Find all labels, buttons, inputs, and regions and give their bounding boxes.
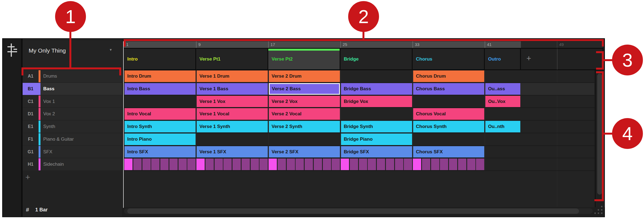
sidechain-pattern-cell[interactable] <box>476 159 484 170</box>
sidechain-pattern-cell[interactable] <box>278 159 286 170</box>
sidechain-pattern-cell[interactable] <box>449 159 457 170</box>
track-row-c1[interactable]: C1Vox 1 <box>23 96 122 107</box>
sidechain-pattern-cell[interactable] <box>251 159 259 170</box>
sidechain-pattern-cell[interactable] <box>205 159 214 170</box>
clip-intro-sfx[interactable]: Intro SFX <box>125 146 196 157</box>
clip-ou-ass[interactable]: Ou..ass <box>485 83 520 95</box>
vertical-scrollbar-thumb[interactable] <box>597 73 602 195</box>
clip-verse-1-sfx[interactable]: Verse 1 SFX <box>197 146 268 157</box>
sidechain-pattern-cell[interactable] <box>287 159 295 170</box>
sidechain-pattern-cell[interactable] <box>215 159 223 170</box>
clip-intro-piano[interactable]: Intro Piano <box>125 133 196 145</box>
grid-setting[interactable]: # 1 Bar <box>26 206 81 215</box>
resize-grip[interactable] <box>594 206 604 215</box>
clip-verse-1-synth[interactable]: Verse 1 Synth <box>197 121 268 132</box>
clip-verse-2-bass[interactable]: Verse 2 Bass <box>269 83 340 95</box>
track-name[interactable]: Synth <box>43 121 55 133</box>
sidechain-pattern-cell[interactable] <box>178 159 187 170</box>
track-name[interactable]: Vox 2 <box>43 108 55 120</box>
track-slot-c1[interactable]: C1 <box>23 96 39 107</box>
sidechain-pattern-cell[interactable] <box>341 159 349 170</box>
track-slot-f1[interactable]: F1 <box>23 133 39 145</box>
clip-intro-synth[interactable]: Intro Synth <box>125 121 196 132</box>
clip-bridge-synth[interactable]: Bridge Synth <box>341 121 412 132</box>
clip-verse-2-synth[interactable]: Verse 2 Synth <box>269 121 340 132</box>
track-row-h1[interactable]: H1Sidechain <box>23 158 122 170</box>
section-header-bridge[interactable]: Bridge <box>340 49 412 69</box>
sidechain-pattern-cell[interactable] <box>440 159 448 170</box>
track-row-e1[interactable]: E1Synth <box>23 121 122 133</box>
clip-verse-1-vocal[interactable]: Verse 1 Vocal <box>197 108 268 120</box>
section-header-verse-pt1[interactable]: Verse Pt1 <box>196 49 267 69</box>
track-slot-h1[interactable]: H1 <box>23 158 39 170</box>
clip-verse-2-sfx[interactable]: Verse 2 SFX <box>269 146 340 157</box>
sidechain-pattern-cell[interactable] <box>377 159 385 170</box>
track-name[interactable]: Bass <box>43 83 55 95</box>
track-row-d1[interactable]: D1Vox 2 <box>23 108 122 120</box>
add-section-button[interactable]: + <box>526 54 531 63</box>
clip-verse-2-vox[interactable]: Verse 2 Vox <box>269 96 340 107</box>
track-row-f1[interactable]: F1Piano & Guitar <box>23 133 122 145</box>
track-name[interactable]: Piano & Guitar <box>43 133 74 145</box>
sidechain-pattern-cell[interactable] <box>187 159 196 170</box>
track-slot-d1[interactable]: D1 <box>23 108 39 120</box>
sidechain-pattern-cell[interactable] <box>133 159 142 170</box>
section-header-verse-pt2[interactable]: Verse Pt2 <box>268 49 340 69</box>
sidechain-pattern-cell[interactable] <box>386 159 394 170</box>
track-name[interactable]: Sidechain <box>43 158 64 170</box>
sidechain-pattern-cell[interactable] <box>413 159 421 170</box>
sidechain-pattern-cell[interactable] <box>169 159 178 170</box>
sidechain-pattern-cell[interactable] <box>124 159 132 170</box>
sidechain-pattern-cell[interactable] <box>314 159 322 170</box>
clip-intro-bass[interactable]: Intro Bass <box>125 83 196 95</box>
section-header-intro[interactable]: Intro <box>124 49 195 69</box>
sidechain-pattern-cell[interactable] <box>350 159 358 170</box>
sidechain-pattern-cell[interactable] <box>422 159 430 170</box>
track-slot-g1[interactable]: G1 <box>23 146 39 158</box>
clip-bridge-sfx[interactable]: Bridge SFX <box>341 146 412 157</box>
clip-verse-1-vox[interactable]: Verse 1 Vox <box>197 96 268 107</box>
clip-bridge-bass[interactable]: Bridge Bass <box>341 83 412 95</box>
track-slot-b1[interactable]: B1 <box>23 83 39 95</box>
track-name[interactable]: SFX <box>43 146 52 158</box>
sidechain-pattern-cell[interactable] <box>242 159 250 170</box>
sidechain-pattern-cell[interactable] <box>196 159 205 170</box>
section-header-outro[interactable]: Outro <box>485 49 520 69</box>
add-group-button[interactable]: + <box>25 173 36 184</box>
track-name[interactable]: Vox 1 <box>43 96 55 107</box>
timeline-ruler[interactable] <box>124 41 521 48</box>
track-row-g1[interactable]: G1SFX <box>23 146 122 158</box>
add-section-cell[interactable]: + <box>521 49 603 69</box>
sidechain-pattern-cell[interactable] <box>359 159 367 170</box>
sidechain-pattern-cell[interactable] <box>269 159 277 170</box>
sidechain-pattern-cell[interactable] <box>458 159 466 170</box>
clip-verse-1-drum[interactable]: Verse 1 Drum <box>197 70 268 82</box>
clip-chorus-drum[interactable]: Chorus Drum <box>413 70 484 82</box>
sidechain-pattern-cell[interactable] <box>323 159 331 170</box>
clip-ou-vox[interactable]: Ou..Vox <box>485 96 520 107</box>
sidechain-pattern-cell[interactable] <box>151 159 159 170</box>
track-slot-a1[interactable]: A1 <box>23 70 39 82</box>
sidechain-pattern-cell[interactable] <box>368 159 376 170</box>
clip-chorus-bass[interactable]: Chorus Bass <box>413 83 484 95</box>
sidechain-pattern-cell[interactable] <box>467 159 475 170</box>
clip-intro-vocal[interactable]: Intro Vocal <box>125 108 196 120</box>
track-row-b1[interactable]: B1Bass <box>23 83 122 95</box>
clip-bridge-piano[interactable]: Bridge Piano <box>341 133 412 145</box>
clip-chorus-vocal[interactable]: Chorus Vocal <box>413 108 484 120</box>
clip-chorus-sfx[interactable]: Chorus SFX <box>413 146 484 157</box>
sidechain-pattern-cell[interactable] <box>332 159 340 170</box>
sidechain-pattern-cell[interactable] <box>296 159 304 170</box>
clip-verse-2-drum[interactable]: Verse 2 Drum <box>269 70 340 82</box>
horizontal-scrollbar-thumb[interactable] <box>127 208 579 214</box>
sidechain-pattern-cell[interactable] <box>259 159 268 170</box>
clip-intro-drum[interactable]: Intro Drum <box>125 70 196 82</box>
sidechain-pattern-cell[interactable] <box>160 159 169 170</box>
track-slot-e1[interactable]: E1 <box>23 121 39 133</box>
sidechain-pattern-cell[interactable] <box>305 159 313 170</box>
sidechain-pattern-cell[interactable] <box>431 159 439 170</box>
section-header-chorus[interactable]: Chorus <box>413 49 484 69</box>
sidechain-pattern-cell[interactable] <box>232 159 241 170</box>
track-row-a1[interactable]: A1Drums <box>23 70 122 82</box>
sidechain-pattern-cell[interactable] <box>395 159 403 170</box>
